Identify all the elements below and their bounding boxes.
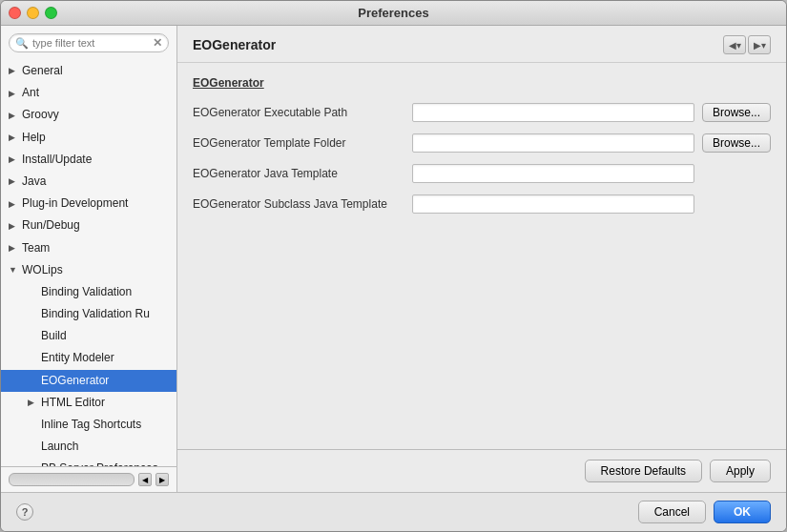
sidebar-item-html-editor[interactable]: ▶ HTML Editor	[1, 392, 176, 414]
sidebar-item-plugin-development[interactable]: ▶ Plug-in Development	[1, 193, 176, 215]
java-template-row: EOGenerator Java Template	[193, 164, 771, 183]
subclass-java-template-input[interactable]	[412, 194, 694, 214]
subclass-java-template-row: EOGenerator Subclass Java Template	[193, 194, 771, 214]
back-arrow-icon: ◀	[729, 40, 736, 51]
sidebar-item-entity-modeler[interactable]: Entity Modeler	[1, 347, 176, 369]
arrow-icon: ▶	[9, 109, 22, 122]
sidebar-prev-button[interactable]: ◀	[138, 473, 152, 486]
search-input-wrap: 🔍 ✕	[9, 33, 169, 52]
footer-bar: ? Cancel OK	[1, 492, 786, 531]
sidebar-item-label: HTML Editor	[41, 394, 105, 412]
sidebar-item-wolips[interactable]: ▼ WOLips	[1, 259, 176, 281]
sidebar-item-build[interactable]: Build	[1, 325, 176, 347]
sidebar-item-label: Install/Update	[22, 151, 92, 169]
executable-path-browse-button[interactable]: Browse...	[702, 103, 771, 122]
section-title: EOGenerator	[193, 76, 771, 90]
arrow-icon: ▶	[9, 241, 22, 255]
executable-path-label: EOGenerator Executable Path	[193, 106, 412, 119]
sidebar-item-eogenerator[interactable]: EOGenerator	[1, 370, 176, 392]
executable-path-input[interactable]	[412, 103, 694, 122]
sidebar-item-label: Team	[22, 239, 50, 257]
preferences-window: Preferences 🔍 ✕ ▶ General ▶ Ant	[0, 0, 787, 532]
sidebar-item-binding-validation-ru[interactable]: Binding Validation Ru	[1, 303, 176, 325]
ok-button[interactable]: OK	[714, 501, 771, 523]
sidebar-item-label: Entity Modeler	[41, 349, 114, 367]
back-button[interactable]: ◀▾	[723, 35, 746, 54]
apply-button[interactable]: Apply	[710, 460, 771, 482]
sidebar-item-label: Help	[22, 129, 46, 147]
sidebar-item-help[interactable]: ▶ Help	[1, 127, 176, 149]
sidebar-item-label: Groovy	[22, 106, 59, 124]
restore-defaults-button[interactable]: Restore Defaults	[585, 460, 702, 482]
forward-arrow-icon: ▶	[754, 40, 761, 51]
sidebar-item-binding-validation[interactable]: Binding Validation	[1, 281, 176, 303]
sidebar-scrollbar[interactable]	[9, 473, 135, 486]
sidebar-next-button[interactable]: ▶	[155, 473, 169, 486]
content-area: 🔍 ✕ ▶ General ▶ Ant ▶ Groovy	[1, 26, 786, 492]
java-template-input[interactable]	[412, 164, 694, 183]
sidebar-item-install-update[interactable]: ▶ Install/Update	[1, 149, 176, 171]
help-button[interactable]: ?	[16, 503, 33, 521]
minimize-button[interactable]	[27, 7, 39, 19]
sidebar-item-label: Inline Tag Shortcuts	[41, 416, 141, 434]
sidebar-item-label: Build	[41, 327, 67, 345]
sidebar-item-inline-tag-shortcuts[interactable]: Inline Tag Shortcuts	[1, 414, 176, 436]
forward-button[interactable]: ▶▾	[748, 35, 771, 54]
sidebar: 🔍 ✕ ▶ General ▶ Ant ▶ Groovy	[1, 26, 177, 492]
traffic-lights	[9, 7, 57, 19]
subclass-java-template-label: EOGenerator Subclass Java Template	[193, 197, 412, 211]
template-folder-label: EOGenerator Template Folder	[193, 136, 412, 150]
sidebar-item-label: WOLips	[22, 261, 63, 279]
template-folder-row: EOGenerator Template Folder Browse...	[193, 133, 771, 153]
clear-icon[interactable]: ✕	[153, 36, 162, 50]
sidebar-footer: ◀ ▶	[1, 466, 176, 492]
sidebar-item-label: Java	[22, 173, 46, 191]
sidebar-item-ant[interactable]: ▶ Ant	[1, 82, 176, 104]
sidebar-item-pb-server-preferences[interactable]: PB Server Preferences	[1, 458, 176, 466]
arrow-icon: ▶	[9, 219, 22, 233]
sidebar-item-groovy[interactable]: ▶ Groovy	[1, 104, 176, 126]
sidebar-item-label: Plug-in Development	[22, 194, 128, 213]
sidebar-item-label: Ant	[22, 84, 39, 102]
sidebar-item-run-debug[interactable]: ▶ Run/Debug	[1, 215, 176, 236]
java-template-label: EOGenerator Java Template	[193, 167, 412, 180]
sidebar-item-java[interactable]: ▶ Java	[1, 171, 176, 193]
executable-path-row: EOGenerator Executable Path Browse...	[193, 103, 771, 122]
arrow-icon: ▶	[9, 87, 22, 100]
main-content: EOGenerator EOGenerator Executable Path …	[177, 63, 786, 449]
sidebar-item-team[interactable]: ▶ Team	[1, 237, 176, 259]
nav-arrows: ◀▾ ▶▾	[723, 35, 771, 54]
arrow-icon: ▼	[9, 263, 22, 276]
sidebar-item-label: Binding Validation Ru	[41, 305, 150, 323]
template-folder-input[interactable]	[412, 133, 694, 153]
sidebar-item-label: Binding Validation	[41, 283, 132, 301]
tree-view: ▶ General ▶ Ant ▶ Groovy ▶ Help ▶ Inst	[1, 58, 176, 466]
sidebar-item-label: Launch	[41, 438, 78, 456]
footer-actions: Cancel OK	[638, 501, 771, 523]
arrow-icon: ▶	[9, 64, 22, 77]
sidebar-item-label: PB Server Preferences	[41, 460, 158, 466]
main-header: EOGenerator ◀▾ ▶▾	[177, 26, 786, 63]
main-title: EOGenerator	[193, 37, 276, 52]
close-button[interactable]	[9, 7, 21, 19]
search-input[interactable]	[32, 37, 153, 49]
arrow-icon: ▶	[9, 197, 22, 211]
sidebar-item-general[interactable]: ▶ General	[1, 60, 176, 82]
arrow-icon: ▶	[28, 396, 41, 409]
main-panel: EOGenerator ◀▾ ▶▾ EOGenerator EOGenerato…	[177, 26, 786, 492]
sidebar-item-label: EOGenerator	[41, 372, 109, 390]
cancel-button[interactable]: Cancel	[638, 501, 706, 523]
title-bar: Preferences	[1, 1, 786, 26]
sidebar-item-launch[interactable]: Launch	[1, 436, 176, 458]
arrow-icon: ▶	[9, 174, 22, 188]
action-bar: Restore Defaults Apply	[177, 449, 786, 492]
maximize-button[interactable]	[45, 7, 57, 19]
search-icon: 🔍	[15, 37, 29, 50]
template-folder-browse-button[interactable]: Browse...	[702, 133, 771, 153]
sidebar-item-label: General	[22, 62, 63, 80]
search-bar: 🔍 ✕	[1, 26, 176, 58]
arrow-icon: ▶	[9, 153, 22, 166]
sidebar-item-label: Run/Debug	[22, 216, 80, 235]
window-title: Preferences	[358, 6, 428, 20]
arrow-icon: ▶	[9, 131, 22, 144]
